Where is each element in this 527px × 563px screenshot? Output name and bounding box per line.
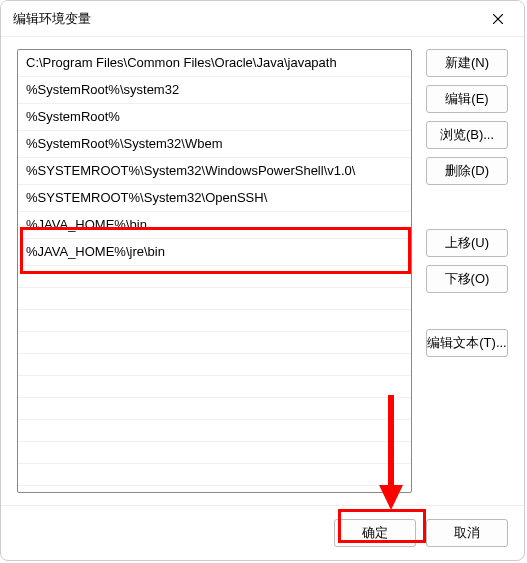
empty-row xyxy=(18,354,411,376)
buttons-column: 新建(N) 编辑(E) 浏览(B)... 删除(D) 上移(U) 下移(O) 编… xyxy=(426,49,508,493)
movedown-button[interactable]: 下移(O) xyxy=(426,265,508,293)
empty-row xyxy=(18,464,411,486)
empty-row xyxy=(18,442,411,464)
new-button[interactable]: 新建(N) xyxy=(426,49,508,77)
close-button[interactable] xyxy=(476,1,520,37)
empty-row xyxy=(18,486,411,493)
close-icon xyxy=(493,14,503,24)
dialog-title: 编辑环境变量 xyxy=(13,10,91,28)
ok-button[interactable]: 确定 xyxy=(334,519,416,547)
moveup-button[interactable]: 上移(U) xyxy=(426,229,508,257)
list-item[interactable]: %SystemRoot%\system32 xyxy=(18,77,411,104)
path-list[interactable]: C:\Program Files\Common Files\Oracle\Jav… xyxy=(17,49,412,493)
delete-button[interactable]: 删除(D) xyxy=(426,157,508,185)
empty-row xyxy=(18,310,411,332)
list-item[interactable]: %JAVA_HOME%\jre\bin xyxy=(18,239,411,266)
list-item[interactable]: %SystemRoot%\System32\Wbem xyxy=(18,131,411,158)
empty-row xyxy=(18,332,411,354)
edittext-button[interactable]: 编辑文本(T)... xyxy=(426,329,508,357)
empty-row xyxy=(18,288,411,310)
list-item[interactable]: %SystemRoot% xyxy=(18,104,411,131)
browse-button[interactable]: 浏览(B)... xyxy=(426,121,508,149)
empty-row xyxy=(18,376,411,398)
empty-row xyxy=(18,420,411,442)
list-item[interactable]: C:\Program Files\Common Files\Oracle\Jav… xyxy=(18,50,411,77)
empty-row xyxy=(18,398,411,420)
list-item[interactable]: %SYSTEMROOT%\System32\WindowsPowerShell\… xyxy=(18,158,411,185)
titlebar: 编辑环境变量 xyxy=(1,1,524,37)
dialog-content: C:\Program Files\Common Files\Oracle\Jav… xyxy=(1,37,524,505)
cancel-button[interactable]: 取消 xyxy=(426,519,508,547)
edit-env-dialog: 编辑环境变量 C:\Program Files\Common Files\Ora… xyxy=(0,0,525,561)
list-item[interactable]: %JAVA_HOME%\bin xyxy=(18,212,411,239)
edit-button[interactable]: 编辑(E) xyxy=(426,85,508,113)
spacer xyxy=(426,301,508,321)
empty-row xyxy=(18,266,411,288)
spacer xyxy=(426,193,508,221)
dialog-footer: 确定 取消 xyxy=(1,505,524,560)
list-item[interactable]: %SYSTEMROOT%\System32\OpenSSH\ xyxy=(18,185,411,212)
